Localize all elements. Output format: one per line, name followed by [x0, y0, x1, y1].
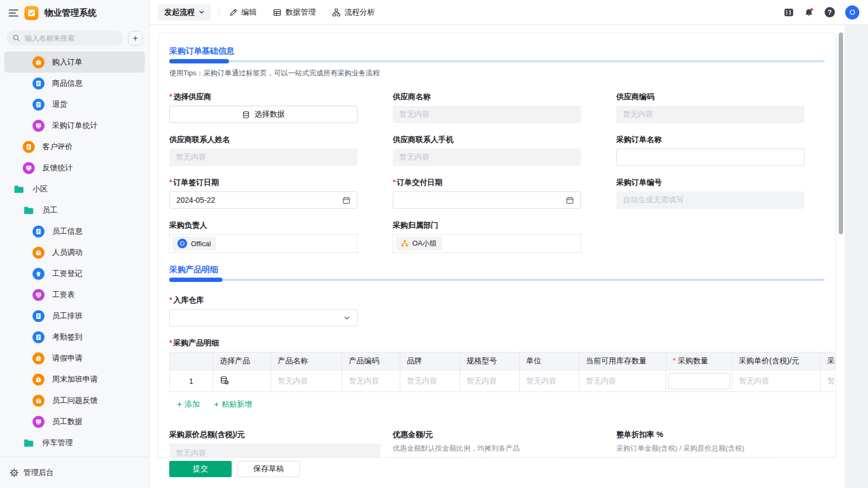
help-button[interactable]: ? — [825, 7, 835, 17]
calendar-icon — [566, 196, 574, 204]
col-product-code: 产品编码 — [342, 352, 400, 370]
order-name-input[interactable] — [623, 153, 797, 162]
data-manage-button[interactable]: 数据管理 — [273, 8, 316, 17]
monitor-icon — [33, 120, 44, 132]
field-purchaser: 采购负责人 O Offical — [169, 221, 358, 253]
sidebar-item-13[interactable]: 考勤签到 — [4, 326, 145, 348]
sidebar-item-7[interactable]: 员工 — [4, 200, 145, 221]
sidebar-item-5[interactable]: 反馈统计 — [4, 157, 145, 178]
department-label: 采购归属部门 — [393, 221, 581, 230]
submit-button[interactable]: 提交 — [169, 461, 232, 477]
sidebar-item-9[interactable]: 人员调动 — [4, 242, 145, 263]
start-flow-button[interactable]: 发起流程 — [158, 4, 211, 21]
sidebar-item-8[interactable]: 员工信息 — [4, 221, 145, 242]
col-row-number — [170, 352, 213, 370]
calendar-icon — [342, 196, 350, 204]
sign-date-label: 订单签订日期 — [173, 178, 219, 187]
database-check-icon — [220, 376, 229, 385]
sidebar-item-14[interactable]: 请假申请 — [4, 348, 145, 369]
right-gutter — [845, 25, 868, 488]
purchaser-chip-label: Offical — [191, 240, 211, 248]
case-icon — [33, 247, 44, 259]
sidebar-item-label: 客户评价 — [42, 142, 73, 152]
sidebar-item-1[interactable]: 商品信息 — [4, 73, 145, 94]
sidebar-item-18[interactable]: 停车管理 — [4, 432, 145, 453]
sidebar-item-2[interactable]: 退货 — [4, 94, 145, 115]
flow-analysis-label: 流程分析 — [344, 8, 375, 17]
monitor-icon — [33, 289, 44, 301]
add-app-button[interactable]: + — [128, 31, 143, 46]
plus-icon: + — [177, 400, 182, 409]
case-icon — [33, 395, 44, 407]
sidebar-item-label: 采购订单统计 — [52, 121, 98, 131]
department-field[interactable]: OA小组 — [393, 234, 581, 253]
main-content: 采购订单基础信息 使用Tips：采购订单通过标签页，可以一站式完成所有采购业务流… — [150, 25, 868, 488]
case-icon — [33, 352, 44, 364]
up-icon — [33, 268, 44, 280]
select-data-button[interactable]: 选择数据 — [169, 106, 358, 123]
bell-icon — [804, 8, 814, 17]
app-root: 物业管理系统 + 购入订单商品信息退货采购订单统计客户评价反馈统计小区员工员工信… — [0, 0, 868, 488]
sign-date-input[interactable] — [176, 196, 342, 204]
sidebar-item-17[interactable]: 员工数据 — [4, 411, 145, 432]
col-unit-price: 采购单价(含税)/元 — [732, 352, 821, 370]
sidebar-item-label: 小区 — [33, 184, 48, 194]
contact-phone-input: 暂无内容 — [393, 149, 581, 166]
order-no-input: 自动生成无需填写 — [616, 191, 805, 209]
sign-date-picker[interactable] — [169, 191, 358, 209]
pencil-icon — [229, 8, 238, 17]
sidebar-item-label: 商品信息 — [52, 79, 82, 88]
sidebar-item-label: 工资登记 — [52, 269, 82, 279]
flow-analysis-button[interactable]: 流程分析 — [332, 8, 375, 17]
field-order-no: 采购订单编号 自动生成无需填写 — [616, 178, 805, 209]
vertical-scrollbar[interactable] — [839, 33, 843, 234]
sidebar-item-12[interactable]: 员工排班 — [4, 305, 145, 326]
admin-console-button[interactable]: 管理后台 — [0, 457, 149, 488]
purchaser-field[interactable]: O Offical — [169, 234, 358, 253]
start-flow-label: 发起流程 — [164, 8, 195, 17]
contact-name-label: 供应商联系人姓名 — [169, 135, 358, 144]
deliver-date-input[interactable] — [400, 196, 566, 204]
sidebar-item-16[interactable]: 员工问题反馈 — [4, 390, 145, 411]
sidebar-item-6[interactable]: 小区 — [4, 178, 145, 200]
warehouse-select[interactable] — [169, 309, 358, 326]
edit-button[interactable]: 编辑 — [229, 8, 257, 17]
unit-cell: 暂无内容 — [520, 370, 579, 392]
edit-label: 编辑 — [241, 8, 257, 17]
deliver-date-picker[interactable] — [393, 191, 581, 209]
case-icon — [33, 374, 44, 386]
table-grid-icon — [273, 8, 282, 17]
folder-icon — [23, 439, 35, 447]
gear-icon — [10, 468, 18, 477]
sidebar-item-15[interactable]: 周末加班申请 — [4, 369, 145, 390]
sidebar: 物业管理系统 + 购入订单商品信息退货采购订单统计客户评价反馈统计小区员工员工信… — [0, 0, 150, 488]
add-row-button[interactable]: +添加 — [177, 400, 200, 409]
sidebar-item-4[interactable]: 客户评价 — [4, 136, 145, 157]
sidebar-item-label: 反馈统计 — [42, 163, 73, 173]
paste-add-button[interactable]: +粘贴新增 — [214, 400, 252, 409]
form-footer: 提交 保存草稿 — [158, 457, 836, 488]
col-qty: *采购数量 — [666, 352, 732, 370]
product-picker-cell[interactable] — [213, 370, 271, 392]
topbar-divider — [219, 8, 219, 17]
notifications-button[interactable] — [804, 8, 814, 17]
col-unit: 单位 — [520, 352, 579, 370]
sidebar-item-11[interactable]: 工资表 — [4, 284, 145, 305]
hamburger-icon[interactable] — [9, 9, 18, 17]
app-title: 物业管理系统 — [44, 8, 97, 19]
user-avatar[interactable]: O — [845, 5, 859, 20]
sidebar-search-box[interactable] — [7, 30, 123, 46]
save-draft-button[interactable]: 保存草稿 — [237, 461, 300, 477]
sidebar-item-label: 员工 — [42, 206, 58, 215]
sidebar-item-label: 员工问题反馈 — [52, 396, 98, 406]
search-input[interactable] — [24, 34, 117, 43]
sidebar-item-0[interactable]: 购入订单 — [4, 52, 145, 73]
department-chip: OA小组 — [396, 236, 442, 251]
sidebar-item-10[interactable]: 工资登记 — [4, 263, 145, 284]
select-data-label: 选择数据 — [254, 110, 285, 119]
sidebar-item-label: 员工排班 — [52, 311, 82, 321]
qty-input[interactable] — [668, 373, 730, 389]
deliver-date-label: 订单交付日期 — [397, 178, 442, 187]
collapse-panel-button[interactable] — [784, 8, 794, 17]
sidebar-item-3[interactable]: 采购订单统计 — [4, 115, 145, 136]
